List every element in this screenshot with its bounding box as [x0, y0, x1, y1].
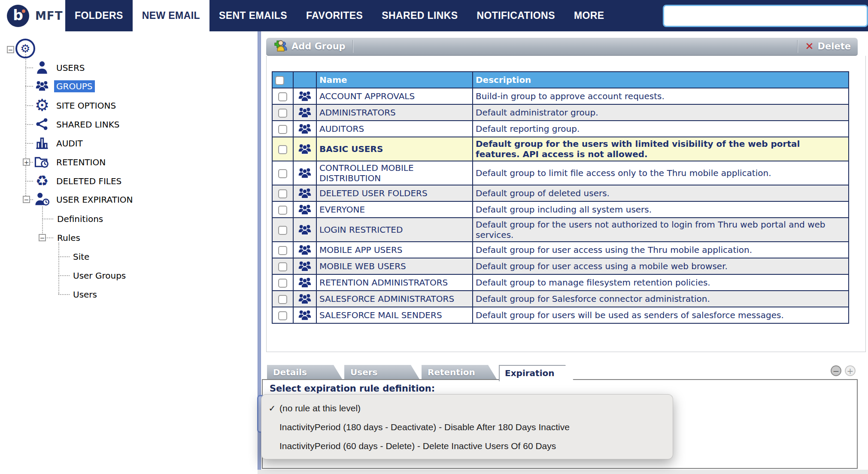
table-row[interactable]: EVERYONE Default group including all sys…: [272, 201, 849, 218]
add-group-button[interactable]: Add Group: [266, 38, 352, 55]
tree-item-rules[interactable]: Rules −: [0, 229, 258, 246]
row-checkbox[interactable]: [278, 279, 287, 288]
collapse-toggle[interactable]: −: [7, 46, 14, 53]
group-name-cell[interactable]: RETENTION ADMINISTRATORS: [316, 274, 473, 291]
table-row[interactable]: DELETED USER FOLDERS Default group of de…: [272, 185, 849, 201]
group-name-cell[interactable]: AUDITORS: [316, 121, 473, 137]
collapse-toggle[interactable]: −: [23, 196, 30, 203]
table-row[interactable]: SALESFORCE MAIL SENDERS Default group fo…: [272, 307, 849, 323]
row-checkbox[interactable]: [278, 189, 287, 198]
main-area: ⚙− USERS GROUPS ⚙ SITE OPTIONS SHARED LI…: [0, 31, 868, 474]
delete-button[interactable]: ✕ Delete: [798, 38, 858, 55]
table-header-row: Name Description: [272, 72, 849, 88]
nav-item-shared-links[interactable]: SHARED LINKS: [372, 0, 467, 31]
row-checkbox[interactable]: [278, 169, 287, 178]
group-name-cell[interactable]: SALESFORCE ADMINISTRATORS: [316, 291, 473, 307]
group-name-cell[interactable]: LOGIN RESTRICTED: [316, 218, 473, 242]
group-name-cell[interactable]: SALESFORCE MAIL SENDERS: [316, 307, 473, 323]
group-name-cell[interactable]: EVERYONE: [316, 201, 473, 218]
delete-label: Delete: [818, 41, 851, 52]
recycle-icon: ♻: [33, 173, 51, 188]
app-title: MFT: [35, 9, 63, 22]
tree-connector: [58, 275, 70, 276]
tree-item-audit[interactable]: AUDIT: [0, 134, 258, 152]
group-name-cell[interactable]: DELETED USER FOLDERS: [316, 185, 473, 201]
tree-item-groups[interactable]: GROUPS: [0, 77, 258, 94]
tree-item-user-groups[interactable]: User Groups: [0, 267, 258, 284]
top-navbar: b MFT FOLDERS NEW EMAIL SENT EMAILS FAVO…: [0, 0, 868, 31]
dropdown-option[interactable]: ✓ InactivityPeriod (60 days - Delete) - …: [261, 437, 673, 456]
group-name-cell[interactable]: BASIC USERS: [316, 137, 473, 161]
plus-circle-icon[interactable]: +: [845, 365, 856, 376]
table-row[interactable]: SALESFORCE ADMINISTRATORS Default group …: [272, 291, 849, 307]
nav-item-sent-emails[interactable]: SENT EMAILS: [209, 0, 297, 31]
tree-item-deleted-files[interactable]: ♻ DELETED FILES: [0, 172, 258, 189]
row-checkbox[interactable]: [278, 295, 287, 304]
group-icon: [293, 201, 316, 218]
group-name-cell[interactable]: CONTROLLED MOBILE DISTRIBUTION: [316, 161, 473, 185]
row-checkbox[interactable]: [278, 226, 287, 235]
orange-dot-icon: [22, 9, 25, 13]
row-checkbox[interactable]: [278, 262, 287, 271]
tree-item-user-expiration[interactable]: USER EXPIRATION −: [0, 191, 258, 208]
table-row[interactable]: ACCOUNT APPROVALS Build-in group to appr…: [272, 88, 849, 104]
row-checkbox[interactable]: [278, 109, 287, 118]
nav-item-favorites[interactable]: FAVORITES: [297, 0, 372, 31]
nav-item-more[interactable]: MORE: [565, 0, 614, 31]
group-description-cell: Default group to manage filesystem reten…: [473, 274, 849, 291]
expand-toggle[interactable]: +: [23, 158, 30, 166]
tab-retention[interactable]: Retention: [422, 365, 497, 379]
group-name-cell[interactable]: ADMINISTRATORS: [316, 104, 473, 121]
search-input[interactable]: [663, 5, 868, 27]
main-menu: FOLDERS NEW EMAIL SENT EMAILS FAVORITES …: [65, 0, 613, 31]
row-checkbox[interactable]: [278, 92, 287, 101]
tab-users[interactable]: Users: [344, 365, 419, 379]
group-name-cell[interactable]: MOBILE APP USERS: [316, 242, 473, 258]
tree-item-users[interactable]: USERS: [0, 59, 258, 76]
tree-item-site-options[interactable]: ⚙ SITE OPTIONS: [0, 97, 258, 114]
table-row[interactable]: LOGIN RESTRICTED Default group for the u…: [272, 218, 849, 242]
row-checkbox[interactable]: [278, 145, 287, 154]
select-all-checkbox[interactable]: [275, 76, 284, 85]
tab-details[interactable]: Details: [267, 365, 342, 379]
tree-item-users[interactable]: Users: [0, 286, 258, 303]
table-row[interactable]: MOBILE WEB USERS Default group for user …: [272, 258, 849, 274]
minus-circle-icon[interactable]: −: [831, 365, 841, 376]
description-column-header[interactable]: Description: [473, 72, 849, 88]
table-row[interactable]: BASIC USERS Default group for the users …: [272, 137, 849, 161]
tree-item-retention[interactable]: RETENTION +: [0, 153, 258, 170]
table-row[interactable]: RETENTION ADMINISTRATORS Default group t…: [272, 274, 849, 291]
tree-item-definitions[interactable]: Definitions: [0, 210, 258, 227]
nav-item-folders[interactable]: FOLDERS: [65, 0, 133, 31]
row-checkbox[interactable]: [278, 246, 287, 255]
group-description-cell: Default administrator group.: [473, 104, 849, 121]
tree-connector: [42, 219, 53, 219]
app-logo[interactable]: b MFT: [0, 0, 65, 31]
name-column-header[interactable]: Name: [316, 72, 473, 88]
tab-expiration[interactable]: Expiration: [499, 365, 574, 381]
row-checkbox[interactable]: [278, 311, 287, 320]
table-row[interactable]: AUDITORS Default reporting group.: [272, 121, 849, 137]
tree-item-root[interactable]: ⚙−: [0, 40, 258, 57]
group-description-cell: Default reporting group.: [473, 121, 849, 137]
dropdown-option[interactable]: ✓ InactivityPeriod (180 days - Deactivat…: [261, 418, 673, 437]
table-row[interactable]: ADMINISTRATORS Default administrator gro…: [272, 104, 849, 121]
table-row[interactable]: CONTROLLED MOBILE DISTRIBUTION Default g…: [272, 161, 849, 185]
group-name-cell[interactable]: ACCOUNT APPROVALS: [316, 88, 473, 104]
table-row[interactable]: MOBILE APP USERS Default group for user …: [272, 242, 849, 258]
group-name-cell[interactable]: MOBILE WEB USERS: [316, 258, 473, 274]
audit-chart-icon: [33, 135, 51, 151]
collapse-toggle[interactable]: −: [39, 234, 46, 241]
group-icon: [293, 121, 316, 137]
share-icon: [33, 116, 51, 132]
row-checkbox[interactable]: [278, 206, 287, 215]
group-icon: [293, 104, 316, 121]
nav-item-notifications[interactable]: NOTIFICATIONS: [467, 0, 565, 31]
retention-folder-icon: [33, 154, 51, 170]
nav-item-new-email[interactable]: NEW EMAIL: [133, 0, 209, 31]
tree-item-site[interactable]: Site: [0, 248, 258, 265]
row-checkbox[interactable]: [278, 125, 287, 134]
tree-item-shared-links[interactable]: SHARED LINKS: [0, 115, 258, 133]
group-description-cell: Default group including all system users…: [473, 201, 849, 218]
dropdown-option[interactable]: ✓ (no rule at this level): [261, 399, 673, 418]
